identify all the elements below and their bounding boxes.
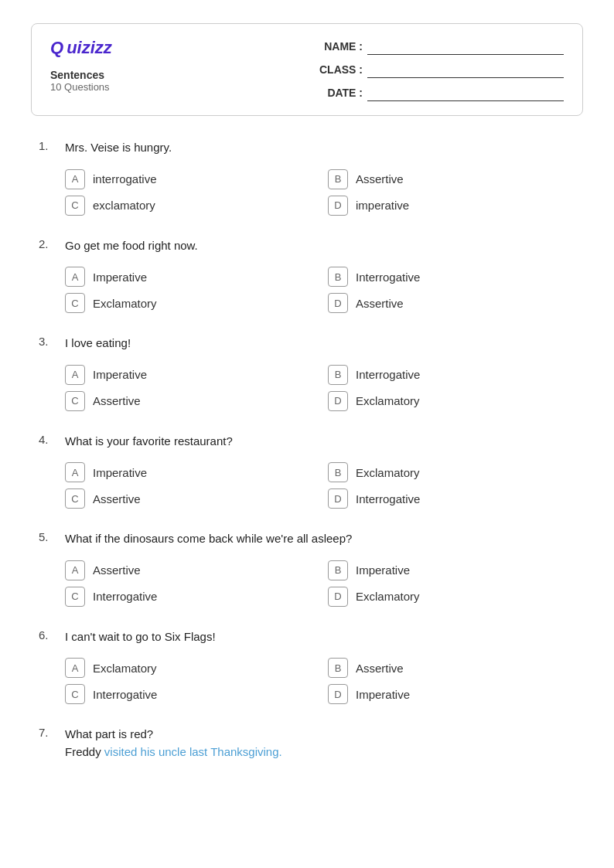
option[interactable]: CInterrogative: [65, 684, 312, 704]
name-row: NAME :: [316, 38, 564, 55]
option-text: Assertive: [93, 394, 141, 407]
option-text: Assertive: [93, 563, 141, 577]
questions-section: 1.Mrs. Veise is hungry.AinterrogativeBAs…: [31, 139, 583, 761]
option[interactable]: AImperative: [65, 267, 312, 287]
option-text: Assertive: [356, 297, 404, 310]
option[interactable]: DExclamatory: [328, 391, 575, 411]
option-letter: C: [65, 684, 85, 704]
option[interactable]: CAssertive: [65, 391, 312, 411]
name-input[interactable]: [367, 38, 564, 55]
question-text: I love eating!: [65, 335, 131, 352]
option-letter: A: [65, 365, 85, 385]
name-fields: NAME : CLASS : DATE :: [316, 38, 564, 101]
question-text: What is your favorite restaurant?: [65, 433, 233, 451]
option[interactable]: CInterrogative: [65, 587, 312, 607]
option[interactable]: DImperative: [328, 684, 575, 704]
logo: Q uizizz: [50, 38, 112, 58]
question-header: 3.I love eating!: [39, 335, 575, 352]
options-grid: AExclamatoryBAssertiveCInterrogativeDImp…: [39, 658, 575, 704]
option[interactable]: DAssertive: [328, 293, 575, 313]
quiz-count: 10 Questions: [50, 81, 112, 93]
option-letter: B: [328, 560, 348, 580]
option-letter: B: [328, 267, 348, 287]
question-text: Go get me food right now.: [65, 237, 198, 255]
question-block: 6.I can't wait to go to Six Flags!AExcla…: [39, 628, 575, 705]
option-letter: B: [328, 462, 348, 482]
option-text: Exclamatory: [93, 662, 157, 675]
option[interactable]: AAssertive: [65, 560, 312, 580]
question-header: 6.I can't wait to go to Six Flags!: [39, 628, 575, 646]
option-letter: C: [65, 196, 85, 216]
option-letter: B: [328, 169, 348, 189]
question-number: 1.: [39, 139, 57, 152]
question-number: 7.: [39, 726, 57, 739]
question-header: 5.What if the dinosaurs come back while …: [39, 530, 575, 548]
header-card: Q uizizz Sentences 10 Questions NAME : C…: [31, 23, 583, 116]
question-block: 7.What part is red?Freddy visited his un…: [39, 726, 575, 761]
option[interactable]: DExclamatory: [328, 587, 575, 607]
option-letter: B: [328, 365, 348, 385]
option-text: Exclamatory: [356, 466, 420, 479]
question-block: 5.What if the dinosaurs come back while …: [39, 530, 575, 607]
option-letter: C: [65, 293, 85, 313]
option[interactable]: CExclamatory: [65, 293, 312, 313]
option[interactable]: CAssertive: [65, 488, 312, 509]
option[interactable]: Dimperative: [328, 196, 575, 216]
quiz-title: Sentences: [50, 69, 112, 81]
name-label: NAME :: [316, 40, 363, 53]
question-block: 1.Mrs. Veise is hungry.AinterrogativeBAs…: [39, 139, 575, 216]
option-text: Interrogative: [356, 492, 420, 505]
option-text: Imperative: [93, 368, 147, 381]
date-input[interactable]: [367, 84, 564, 101]
option[interactable]: BImperative: [328, 560, 575, 580]
option-text: Interrogative: [93, 590, 157, 603]
option[interactable]: DInterrogative: [328, 488, 575, 509]
options-grid: AinterrogativeBAssertiveCexclamatoryDimp…: [39, 169, 575, 216]
class-label: CLASS :: [316, 63, 363, 76]
option-letter: A: [65, 169, 85, 189]
page: Q uizizz Sentences 10 Questions NAME : C…: [0, 0, 614, 805]
class-input[interactable]: [367, 61, 564, 78]
question-header: 2.Go get me food right now.: [39, 237, 575, 255]
option[interactable]: Cexclamatory: [65, 196, 312, 216]
option[interactable]: AImperative: [65, 365, 312, 385]
option-text: Interrogative: [356, 271, 420, 284]
question-number: 5.: [39, 530, 57, 543]
question-text: Mrs. Veise is hungry.: [65, 139, 172, 157]
option[interactable]: BExclamatory: [328, 462, 575, 482]
option-text: Imperative: [93, 466, 147, 479]
option-letter: D: [328, 488, 348, 509]
question-text: What part is red?Freddy visited his uncl…: [65, 726, 282, 761]
logo-text: uizizz: [67, 38, 112, 58]
option-letter: B: [328, 658, 348, 678]
option[interactable]: BAssertive: [328, 658, 575, 678]
options-grid: AImperativeBInterrogativeCAssertiveDExcl…: [39, 365, 575, 411]
option-text: Assertive: [356, 172, 404, 186]
option-text: exclamatory: [93, 199, 155, 212]
option-text: imperative: [356, 199, 409, 212]
option-text: Assertive: [356, 662, 404, 675]
question-number: 6.: [39, 628, 57, 642]
logo-q-letter: Q: [50, 38, 63, 58]
question-number: 3.: [39, 335, 57, 348]
option[interactable]: BInterrogative: [328, 365, 575, 385]
options-grid: AImperativeBExclamatoryCAssertiveDInterr…: [39, 462, 575, 509]
option[interactable]: BAssertive: [328, 169, 575, 189]
option-letter: C: [65, 391, 85, 411]
option-text: Imperative: [356, 688, 410, 701]
option[interactable]: AExclamatory: [65, 658, 312, 678]
logo-section: Q uizizz Sentences 10 Questions: [50, 38, 112, 93]
date-row: DATE :: [316, 84, 564, 101]
option-text: Imperative: [93, 271, 147, 284]
option-text: Exclamatory: [356, 590, 420, 603]
options-grid: AAssertiveBImperativeCInterrogativeDExcl…: [39, 560, 575, 607]
question-header: 4.What is your favorite restaurant?: [39, 433, 575, 451]
question-number: 4.: [39, 433, 57, 446]
option-text: Exclamatory: [93, 297, 157, 310]
date-label: DATE :: [316, 87, 363, 99]
option[interactable]: AImperative: [65, 462, 312, 482]
option-letter: C: [65, 488, 85, 509]
option[interactable]: Ainterrogative: [65, 169, 312, 189]
option-text: Interrogative: [93, 688, 157, 701]
option[interactable]: BInterrogative: [328, 267, 575, 287]
